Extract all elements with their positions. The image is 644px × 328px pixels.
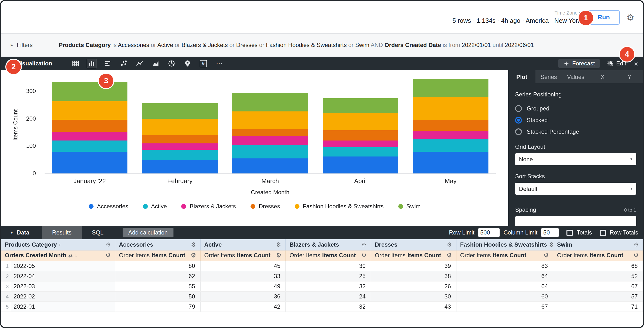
gear-icon[interactable]: ⚙: [191, 242, 196, 248]
cell-value[interactable]: 25: [286, 271, 371, 281]
visualization-label[interactable]: Visualization: [17, 60, 52, 67]
cell-value[interactable]: 68: [553, 261, 643, 271]
radio-stacked[interactable]: Stacked: [515, 116, 636, 124]
row-totals-checkbox[interactable]: [600, 230, 606, 236]
table-viz-icon[interactable]: [70, 58, 80, 68]
cell-value[interactable]: 83: [456, 261, 553, 271]
segment-fashion-hoodies-sweatshirts[interactable]: [52, 102, 128, 120]
gear-icon[interactable]: ⚙: [626, 13, 634, 22]
cell-value[interactable]: 30: [286, 261, 371, 271]
column-header-products-category[interactable]: Products Category›⚙: [1, 239, 115, 250]
cell-value[interactable]: 79: [115, 301, 200, 312]
legend-item-dresses[interactable]: Dresses: [250, 203, 280, 210]
legend-item-swim[interactable]: Swim: [398, 203, 420, 210]
pie-chart-viz-icon[interactable]: [166, 58, 176, 68]
cell-month[interactable]: 2022-04: [11, 271, 115, 281]
cell-value[interactable]: 80: [115, 261, 200, 271]
cell-value[interactable]: 62: [115, 271, 200, 281]
segment-swim[interactable]: [322, 98, 398, 113]
spacing-input[interactable]: [515, 216, 636, 226]
measure-header-fashion-hoodies-sweatshirts[interactable]: Order ItemsItems Count⚙: [456, 250, 553, 261]
edit-tab-plot[interactable]: Plot: [508, 70, 535, 83]
gear-icon[interactable]: ⚙: [106, 242, 111, 248]
segment-dresses[interactable]: [232, 129, 308, 136]
segment-accessories[interactable]: [142, 160, 218, 174]
radio-grouped[interactable]: Grouped: [515, 105, 636, 112]
segment-blazers-jackets[interactable]: [142, 144, 218, 150]
gear-icon[interactable]: ⚙: [191, 252, 196, 258]
cell-value[interactable]: 32: [286, 281, 371, 291]
legend-item-accessories[interactable]: Accessories: [89, 203, 128, 210]
cell-value[interactable]: 64: [456, 281, 553, 291]
cell-value[interactable]: 64: [456, 271, 553, 281]
segment-blazers-jackets[interactable]: [322, 140, 398, 147]
cell-month[interactable]: 2022-05: [11, 261, 115, 271]
cell-value[interactable]: 30: [371, 291, 456, 301]
scatter-viz-icon[interactable]: [118, 58, 128, 68]
gear-icon[interactable]: ⚙: [361, 242, 366, 248]
column-group-swim[interactable]: Swim⚙: [553, 239, 643, 250]
gear-icon[interactable]: ⚙: [361, 252, 366, 258]
more-viz-icon[interactable]: ⋯: [214, 58, 224, 68]
segment-swim[interactable]: [412, 79, 488, 98]
gear-icon[interactable]: ⚙: [633, 252, 639, 258]
cell-value[interactable]: 49: [200, 281, 286, 291]
close-icon[interactable]: ×: [634, 60, 638, 67]
cell-month[interactable]: 2022-03: [11, 281, 115, 291]
row-limit-input[interactable]: [478, 228, 500, 237]
cell-month[interactable]: 2022-01: [11, 301, 115, 312]
area-chart-viz-icon[interactable]: [150, 58, 160, 68]
measure-header-active[interactable]: Order ItemsItems Count⚙: [200, 250, 286, 261]
cell-value[interactable]: 52: [553, 271, 643, 281]
segment-swim[interactable]: [142, 103, 218, 119]
cell-value[interactable]: 26: [371, 281, 456, 291]
stacked-bar-march[interactable]: [232, 93, 308, 174]
bar-chart-viz-icon[interactable]: [102, 58, 112, 68]
cell-value[interactable]: 67: [553, 281, 643, 291]
measure-header-blazers-jackets[interactable]: Order ItemsItems Count⚙: [286, 250, 371, 261]
column-group-accessories[interactable]: Accessories⚙: [115, 239, 200, 250]
gear-icon[interactable]: ⚙: [276, 242, 281, 248]
segment-fashion-hoodies-sweatshirts[interactable]: [322, 113, 398, 130]
gear-icon[interactable]: ⚙: [106, 252, 111, 258]
cell-value[interactable]: 32: [286, 301, 371, 312]
cell-value[interactable]: 24: [286, 291, 371, 301]
cell-value[interactable]: 39: [371, 261, 456, 271]
segment-accessories[interactable]: [322, 156, 398, 174]
gear-icon[interactable]: ⚙: [633, 242, 639, 248]
cell-value[interactable]: 45: [200, 261, 286, 271]
filters-label[interactable]: Filters: [17, 42, 32, 48]
column-chart-viz-icon[interactable]: [86, 58, 96, 68]
timezone-toggle[interactable]: Time Zone ▾: [554, 10, 581, 16]
edit-tab-values[interactable]: Values: [562, 70, 589, 83]
column-header-orders-created-month[interactable]: Orders Created Month⇄↓⚙: [1, 250, 115, 261]
column-group-active[interactable]: Active⚙: [200, 239, 286, 250]
column-group-dresses[interactable]: Dresses⚙: [371, 239, 456, 250]
cell-value[interactable]: 50: [115, 291, 200, 301]
segment-blazers-jackets[interactable]: [52, 132, 128, 140]
gear-icon[interactable]: ⚙: [544, 252, 549, 258]
measure-header-accessories[interactable]: Order ItemsItems Count⚙: [115, 250, 200, 261]
segment-accessories[interactable]: [52, 152, 128, 174]
segment-active[interactable]: [52, 140, 128, 152]
swap-sort-icon[interactable]: ⇄: [68, 252, 72, 258]
cell-value[interactable]: 42: [200, 301, 286, 312]
stacked-bar-april[interactable]: [322, 98, 398, 174]
segment-active[interactable]: [322, 148, 398, 156]
totals-checkbox[interactable]: [566, 230, 573, 236]
sort-desc-icon[interactable]: ↓: [74, 252, 77, 258]
data-expand-icon[interactable]: ▾: [11, 230, 13, 235]
segment-active[interactable]: [142, 150, 218, 160]
segment-fashion-hoodies-sweatshirts[interactable]: [142, 119, 218, 135]
column-group-blazers-jackets[interactable]: Blazers & Jackets⚙: [286, 239, 371, 250]
gear-icon[interactable]: ⚙: [276, 252, 281, 258]
cell-value[interactable]: 38: [371, 271, 456, 281]
cell-value[interactable]: 55: [115, 281, 200, 291]
legend-item-fashion-hoodies-sweatshirts[interactable]: Fashion Hoodies & Sweatshirts: [294, 203, 384, 210]
add-calculation-button[interactable]: Add calculation: [122, 228, 174, 238]
map-viz-icon[interactable]: [182, 58, 192, 68]
filters-expand-icon[interactable]: ▸: [11, 43, 13, 48]
segment-active[interactable]: [232, 145, 308, 158]
legend-item-blazers-jackets[interactable]: Blazers & Jackets: [182, 203, 236, 210]
measure-header-dresses[interactable]: Order ItemsItems Count⚙: [371, 250, 456, 261]
